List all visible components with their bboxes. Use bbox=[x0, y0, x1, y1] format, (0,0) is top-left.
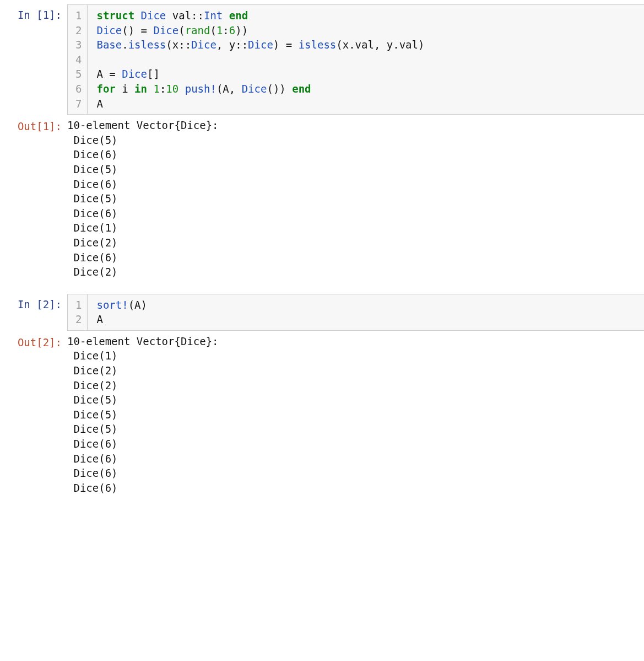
kw-end-1: end bbox=[229, 9, 248, 22]
num-1: 1 bbox=[217, 24, 223, 36]
prompt-in-1: In [1]: bbox=[0, 4, 67, 115]
num-1b: 1 bbox=[153, 83, 159, 95]
var-a-2: A bbox=[96, 313, 102, 325]
lp-3: ( bbox=[210, 24, 216, 36]
cc-y: :: bbox=[235, 39, 248, 51]
kw-in: in bbox=[134, 83, 147, 95]
callargs: (x.val, y.val) bbox=[336, 39, 424, 51]
parens-empty-1: () bbox=[122, 24, 134, 36]
code-2[interactable]: sort!(A) A bbox=[88, 294, 644, 330]
ctor-dice: Dice bbox=[96, 24, 122, 36]
var-a-return: A bbox=[96, 98, 102, 110]
comma-y: , y bbox=[217, 39, 235, 51]
prompt-out-1: Out[1]: bbox=[0, 116, 67, 293]
sp-2 bbox=[178, 83, 185, 95]
coloncolon-1: :: bbox=[191, 9, 204, 22]
output-1: 10-element Vector{Dice}: Dice(5) Dice(6)… bbox=[67, 116, 644, 293]
num-10: 10 bbox=[166, 83, 178, 95]
sort-args: (A) bbox=[128, 299, 147, 311]
sp-1 bbox=[147, 83, 153, 95]
field-val: val bbox=[172, 9, 191, 22]
type-dice-x: Dice bbox=[191, 39, 217, 51]
cell-2-input: In [2]: 1 2 sort!(A) A bbox=[0, 294, 644, 331]
mod-base: Base bbox=[96, 39, 122, 51]
gutter-2: 1 2 bbox=[68, 294, 88, 330]
colon-2: : bbox=[160, 83, 166, 95]
num-6: 6 bbox=[229, 24, 235, 36]
eq-2: = bbox=[279, 39, 298, 51]
cell-1-input: In [1]: 1 2 3 4 5 6 7 struct Dice val::I… bbox=[0, 4, 644, 115]
var-a: A bbox=[96, 68, 102, 80]
kw-struct: struct bbox=[96, 9, 134, 22]
cc-x: :: bbox=[178, 39, 191, 51]
var-i: i bbox=[116, 83, 134, 95]
output-2: 10-element Vector{Dice}: Dice(1) Dice(2)… bbox=[67, 332, 644, 509]
rp-2: ) bbox=[242, 24, 248, 36]
code-1[interactable]: struct Dice val::Int end Dice() = Dice(r… bbox=[88, 5, 644, 114]
kw-for: for bbox=[96, 83, 115, 95]
cell-2-output: Out[2]: 10-element Vector{Dice}: Dice(1)… bbox=[0, 332, 644, 509]
rp-3: ) bbox=[235, 24, 241, 36]
fn-sort: sort! bbox=[96, 299, 128, 311]
kw-end-2: end bbox=[292, 83, 311, 95]
brackets: [] bbox=[147, 68, 160, 80]
gutter-1: 1 2 3 4 5 6 7 bbox=[68, 5, 88, 114]
code-area-2[interactable]: 1 2 sort!(A) A bbox=[67, 294, 644, 331]
type-dice: Dice bbox=[141, 9, 166, 22]
push-open: (A, bbox=[217, 83, 242, 95]
type-dice-arr: Dice bbox=[122, 68, 147, 80]
eq-1: = bbox=[134, 24, 153, 36]
prompt-in-2: In [2]: bbox=[0, 294, 67, 331]
fn-isless-def: isless bbox=[128, 39, 166, 51]
type-dice-y: Dice bbox=[248, 39, 273, 51]
fn-isless-call: isless bbox=[299, 39, 337, 51]
fn-push: push! bbox=[185, 83, 217, 95]
rp-4: ) bbox=[273, 39, 279, 51]
dot-1: . bbox=[122, 39, 128, 51]
colon-1: : bbox=[223, 24, 229, 36]
parens-empty-2: () bbox=[267, 83, 279, 95]
push-close: ) bbox=[279, 83, 285, 95]
prompt-out-2: Out[2]: bbox=[0, 332, 67, 509]
cell-1-output: Out[1]: 10-element Vector{Dice}: Dice(5)… bbox=[0, 116, 644, 293]
call-dice-new: Dice bbox=[242, 83, 267, 95]
type-int: Int bbox=[204, 9, 223, 22]
sp-3 bbox=[286, 83, 292, 95]
call-dice-1: Dice bbox=[153, 24, 178, 36]
code-area-1[interactable]: 1 2 3 4 5 6 7 struct Dice val::Int end D… bbox=[67, 4, 644, 115]
lp-2: ( bbox=[178, 24, 185, 36]
eq-3: = bbox=[103, 68, 122, 80]
fn-rand: rand bbox=[185, 24, 210, 36]
args-open: (x bbox=[166, 39, 178, 51]
